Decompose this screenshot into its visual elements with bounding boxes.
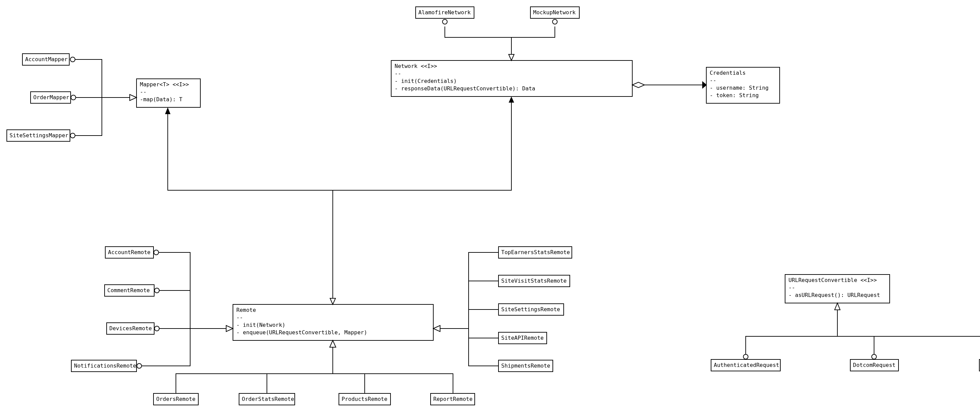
svg-marker-65 [509,54,514,61]
svg-text:OrdersRemote: OrdersRemote [156,396,196,402]
svg-point-79 [154,326,159,331]
class-ordersremote: OrdersRemote [153,393,198,405]
svg-marker-73 [330,298,336,305]
class-sitesettingsremote: SiteSettingsRemote [498,304,564,315]
svg-text:- username: String: - username: String [710,85,768,91]
svg-point-85 [872,354,877,359]
class-mockupnetwork: MockupNetwork [530,7,579,18]
svg-text:- init(Credentials): - init(Credentials) [395,78,457,84]
class-devicesremote: DevicesRemote [107,323,154,334]
conn-right-remotes [433,252,498,366]
class-mapper: Mapper<T> <<I>> -- -map(Data): T [137,79,200,107]
uml-diagram: AlamofireNetwork MockupNetwork Network <… [0,0,980,407]
svg-point-84 [743,354,748,359]
svg-text:ProductsRemote: ProductsRemote [342,396,387,402]
svg-text:--: -- [710,77,716,84]
svg-text:OrderStatsRemote: OrderStatsRemote [242,396,294,402]
svg-text:MockupNetwork: MockupNetwork [533,9,576,16]
conn-bottom-remotes [176,340,453,393]
class-orderstatsremote: OrderStatsRemote [239,393,295,405]
class-dotcomrequest: DotcomRequest [850,359,899,371]
conn-urc-subs [743,303,980,359]
class-shipmentsremote: ShipmentsRemote [498,360,553,372]
svg-point-77 [154,250,159,255]
class-siteapiremote: SiteAPIRemote [498,332,547,344]
svg-marker-74 [165,107,170,114]
svg-text:- enqueue(URLRequestConvertibl: - enqueue(URLRequestConvertible, Mapper) [236,329,367,336]
svg-text:AlamofireNetwork: AlamofireNetwork [418,9,471,16]
svg-text:--: -- [236,314,243,321]
svg-point-71 [71,95,76,100]
svg-marker-82 [330,340,336,347]
svg-text:-map(Data): T: -map(Data): T [140,96,183,102]
conn-network-credentials [632,81,706,88]
conn-networks-to-network [442,19,557,61]
conn-remote-usage [165,96,514,305]
class-urlrequestconvertible: URLRequestConvertible <<I>> -- - asURLRe… [785,275,890,303]
class-authenticatedrequest: AuthenticatedRequest [711,359,780,371]
svg-text:- responseData(URLRequestConve: - responseData(URLRequestConvertible): D… [395,85,535,92]
svg-text:SiteVisitStatsRemote: SiteVisitStatsRemote [501,278,567,284]
svg-text:TopEarnersStatsRemote: TopEarnersStatsRemote [501,249,570,255]
class-network: Network <<I>> -- - init(Credentials) - r… [391,61,632,96]
svg-point-72 [70,133,75,138]
svg-marker-69 [130,94,137,101]
svg-text:SiteSettingsMapper: SiteSettingsMapper [10,132,68,139]
svg-text:ReportRemote: ReportRemote [433,396,473,402]
svg-text:URLRequestConvertible <<I>>: URLRequestConvertible <<I>> [789,277,877,283]
svg-text:AccountMapper: AccountMapper [25,56,68,62]
svg-point-67 [552,19,557,24]
svg-point-70 [70,57,75,62]
svg-text:Network <<I>>: Network <<I>> [395,63,437,69]
class-sitevisitstatsremote: SiteVisitStatsRemote [498,275,570,287]
class-notificationsremote: NotificationsRemote [71,360,137,372]
svg-text:- init(Network): - init(Network) [236,322,286,328]
svg-text:AccountRemote: AccountRemote [108,249,150,255]
conn-left-remotes [137,250,233,368]
svg-marker-83 [835,303,840,310]
svg-text:DotcomRequest: DotcomRequest [853,362,896,368]
class-sitesettingsmapper: SiteSettingsMapper [7,130,70,141]
svg-marker-68 [632,82,644,88]
svg-marker-76 [226,326,233,332]
class-credentials: Credentials -- - username: String - toke… [706,67,780,103]
svg-text:Remote: Remote [236,307,256,313]
svg-text:CommentRemote: CommentRemote [107,287,150,294]
svg-text:NotificationsRemote: NotificationsRemote [74,362,136,369]
svg-text:- asURLRequest(): URLRequest: - asURLRequest(): URLRequest [789,292,880,298]
svg-point-78 [154,288,159,293]
svg-marker-81 [433,326,440,332]
svg-text:- token: String: - token: String [710,92,759,99]
class-accountremote: AccountRemote [105,247,153,258]
class-productsremote: ProductsRemote [339,393,390,405]
svg-marker-75 [509,96,514,102]
class-ordermapper: OrderMapper [30,92,71,103]
class-remote: Remote -- - init(Network) - enqueue(URLR… [233,305,433,340]
svg-text:OrderMapper: OrderMapper [33,94,69,101]
svg-text:Mapper<T> <<I>>: Mapper<T> <<I>> [140,81,189,88]
svg-text:--: -- [789,284,795,291]
conn-mappers-to-mapper [70,57,137,138]
svg-point-66 [442,19,447,24]
svg-text:AuthenticatedRequest: AuthenticatedRequest [714,362,779,368]
svg-text:SiteSettingsRemote: SiteSettingsRemote [501,306,560,313]
class-reportremote: ReportRemote [431,393,475,405]
class-commentremote: CommentRemote [105,285,154,296]
class-accountmapper: AccountMapper [22,54,69,65]
svg-text:DevicesRemote: DevicesRemote [109,325,152,332]
class-alamofirenetwork: AlamofireNetwork [416,7,474,18]
svg-text:Credentials: Credentials [710,70,746,76]
svg-point-80 [137,364,142,368]
class-topearnersstatsremote: TopEarnersStatsRemote [498,247,572,258]
svg-text:ShipmentsRemote: ShipmentsRemote [501,362,550,369]
svg-text:SiteAPIRemote: SiteAPIRemote [501,335,544,341]
svg-text:--: -- [395,70,401,77]
svg-text:--: -- [140,89,146,95]
